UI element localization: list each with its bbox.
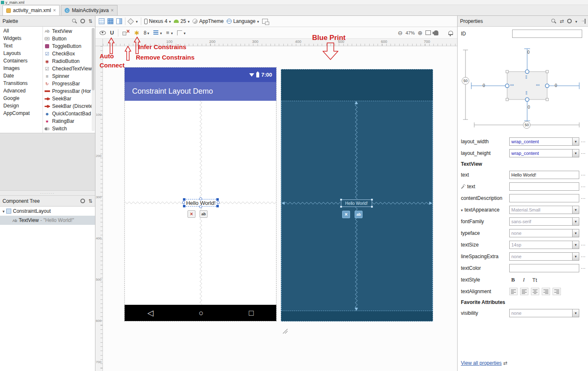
notifications-bell-icon[interactable] <box>448 31 453 35</box>
palette-widget[interactable]: RatingBar <box>43 117 95 125</box>
api-selector[interactable]: 25 <box>174 18 190 24</box>
palette-category[interactable]: Images <box>0 65 43 72</box>
align-left-button[interactable] <box>520 288 528 295</box>
widget-label[interactable]: SeekBar <box>52 96 71 102</box>
selection-handle[interactable] <box>183 198 185 201</box>
device-label[interactable]: Nexus 4 <box>149 18 168 24</box>
widget-label[interactable]: ProgressBar <box>52 81 80 87</box>
content-description-input[interactable] <box>509 194 579 202</box>
palette-widget[interactable]: ProgressBar (Hor <box>43 87 95 95</box>
autoconnect-icon[interactable] <box>110 30 114 36</box>
edit-text-button[interactable] <box>200 210 208 218</box>
clear-constraints-icon[interactable] <box>123 30 130 36</box>
device-selector[interactable]: Nexus 4 <box>144 18 171 24</box>
widget-label[interactable]: SeekBar (Discrete <box>52 103 93 109</box>
blueprint-view-icon[interactable] <box>108 18 113 24</box>
theme-label[interactable]: AppTheme <box>199 18 224 24</box>
design-surface[interactable]: 7:00 Constraint Layout Demo <box>124 67 277 321</box>
palette-category[interactable]: Containers <box>0 57 43 65</box>
close-tab-icon[interactable] <box>53 7 56 13</box>
palette-category[interactable]: Widgets <box>0 35 43 42</box>
selection-handle[interactable] <box>216 198 219 201</box>
palette-category[interactable]: Text <box>0 42 43 50</box>
widget-label[interactable]: ProgressBar (Hor <box>52 88 91 94</box>
dropdown-arrow-icon[interactable] <box>572 241 579 249</box>
more-options-icon[interactable] <box>581 254 585 259</box>
layout-width-dropdown[interactable]: wrap_content <box>509 137 579 146</box>
palette-widget[interactable]: CheckedTextView <box>43 65 95 72</box>
selection-handle[interactable] <box>340 206 342 208</box>
dock-panel-icon[interactable] <box>580 19 585 24</box>
view-all-properties-link[interactable]: View all properties <box>461 360 502 366</box>
more-options-icon[interactable] <box>581 266 585 271</box>
palette-widget[interactable]: Switch <box>43 125 95 132</box>
split-view-icon[interactable] <box>116 18 122 24</box>
api-level[interactable]: 25 <box>180 18 186 24</box>
expander-icon[interactable] <box>461 207 463 213</box>
palette-widget[interactable]: SeekBar (Discrete <box>43 102 95 110</box>
more-options-icon[interactable] <box>581 184 585 189</box>
widget-label[interactable]: CheckBox <box>52 51 75 57</box>
widget-label[interactable]: QuickContactBad <box>52 111 91 117</box>
search-icon[interactable] <box>551 18 556 24</box>
gear-icon[interactable] <box>80 19 85 23</box>
blueprint-content[interactable]: Hello World! <box>281 101 433 311</box>
align-center-button[interactable] <box>531 288 539 295</box>
design-canvas[interactable]: 100200300400500600700 100200300400500600… <box>95 39 457 371</box>
palette-widget[interactable]: QuickContactBad <box>43 110 95 117</box>
constraint-anchor-right[interactable] <box>217 201 220 204</box>
design-content[interactable]: Hello World! <box>125 101 276 305</box>
dropdown-arrow-icon[interactable] <box>572 229 579 237</box>
palette-category[interactable]: Date <box>0 72 43 80</box>
tree-row-textview[interactable]: TextView - "Hello World!" <box>0 216 95 225</box>
more-options-icon[interactable] <box>581 139 585 144</box>
margin-top-value[interactable]: 0 <box>525 50 531 55</box>
orientation-icon[interactable] <box>128 18 134 25</box>
tree-label[interactable]: ConstraintLayout <box>13 208 51 214</box>
text-appearance-dropdown[interactable]: Material.Small <box>509 206 579 214</box>
swap-panel-icon[interactable] <box>503 360 508 366</box>
default-margin-button[interactable]: 8 <box>144 30 149 36</box>
sort-icon[interactable] <box>88 18 93 24</box>
more-options-icon[interactable] <box>581 196 585 201</box>
palette-scrollbar[interactable] <box>92 28 95 131</box>
language-label[interactable]: Language <box>233 18 255 24</box>
tree-label[interactable]: TextView <box>19 217 39 223</box>
close-tab-icon[interactable] <box>111 7 114 13</box>
chevron-down-icon[interactable] <box>136 18 138 24</box>
tab-label[interactable]: activity_main.xml <box>13 7 51 13</box>
more-options-icon[interactable] <box>581 242 585 248</box>
edit-text-button[interactable] <box>355 211 363 218</box>
align-selector[interactable] <box>166 30 173 36</box>
margin-bottom-value[interactable]: 0 <box>526 105 532 110</box>
widget-label[interactable]: RadioButton <box>52 58 80 64</box>
chevron-down-icon[interactable] <box>3 208 5 214</box>
delete-constraints-button[interactable] <box>188 210 195 218</box>
palette-widget[interactable]: ToggleButton <box>43 42 95 50</box>
more-options-icon[interactable] <box>581 172 585 178</box>
palette-widget[interactable]: CheckBox <box>43 50 95 57</box>
widget-label[interactable]: Spinner <box>52 73 69 79</box>
more-options-icon[interactable] <box>581 151 585 156</box>
blueprint-surface[interactable]: Hello World! <box>281 69 433 321</box>
selection-handle[interactable] <box>371 199 373 201</box>
zoom-to-fit-icon[interactable] <box>425 30 431 35</box>
sort-icon[interactable] <box>88 198 93 204</box>
widget-label[interactable]: RatingBar <box>52 118 74 124</box>
panel-splitter[interactable] <box>0 190 95 196</box>
dropdown-arrow-icon[interactable] <box>572 253 579 260</box>
align-right-button[interactable] <box>542 288 550 295</box>
visibility-dropdown[interactable]: none <box>509 309 579 317</box>
widget-label[interactable]: TextView <box>52 28 72 34</box>
chevron-down-icon[interactable] <box>575 18 577 24</box>
constraint-inspector[interactable]: 0 0 0 0 50 50 <box>458 39 588 136</box>
default-margin-value[interactable]: 8 <box>144 30 147 36</box>
horizontal-bias-slider[interactable]: 50 <box>523 121 530 129</box>
constraint-anchor-top[interactable] <box>199 197 202 200</box>
palette-category[interactable]: AppCompat <box>0 110 43 117</box>
palette-widget[interactable]: Spinner <box>43 72 95 80</box>
typeface-dropdown[interactable]: none <box>509 229 579 237</box>
guideline-selector[interactable] <box>177 30 186 36</box>
gear-icon[interactable] <box>567 19 572 23</box>
zoom-in-icon[interactable] <box>418 30 423 36</box>
